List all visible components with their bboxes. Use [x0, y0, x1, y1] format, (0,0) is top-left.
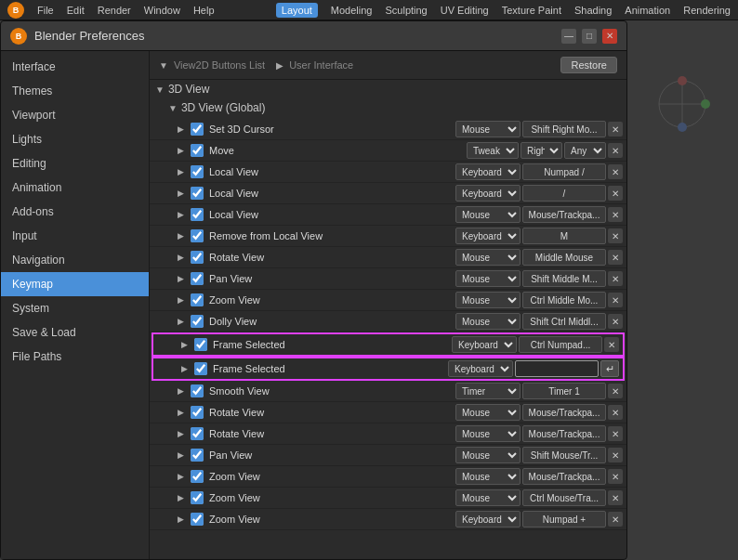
- row-checkbox[interactable]: [191, 491, 204, 504]
- row-checkbox[interactable]: [191, 449, 204, 462]
- sidebar-item-system[interactable]: System: [1, 296, 149, 320]
- sidebar-item-editing[interactable]: Editing: [1, 151, 149, 176]
- sidebar-item-keymap[interactable]: Keymap: [1, 272, 149, 296]
- row-remove-button[interactable]: ✕: [608, 490, 623, 505]
- row-type-select[interactable]: Mouse: [455, 489, 521, 506]
- row-remove-button[interactable]: ✕: [608, 469, 623, 484]
- section-3dview-header[interactable]: ▼ 3D View: [150, 80, 626, 98]
- row-checkbox[interactable]: [191, 384, 204, 397]
- row-type-select[interactable]: Mouse: [455, 206, 521, 223]
- row-type-select[interactable]: Mouse: [455, 404, 521, 421]
- maximize-button[interactable]: □: [582, 29, 597, 44]
- row-remove-button[interactable]: ✕: [608, 228, 623, 243]
- row-checkbox[interactable]: [191, 315, 204, 328]
- row-checkbox[interactable]: [191, 406, 204, 419]
- row-type-select[interactable]: Mouse: [455, 313, 521, 330]
- row-remove-button[interactable]: ✕: [608, 122, 623, 137]
- sidebar-item-viewport[interactable]: Viewport: [1, 103, 149, 127]
- row-label: Zoom View: [209, 492, 454, 503]
- sidebar-item-addons[interactable]: Add-ons: [1, 200, 149, 224]
- row-checkbox[interactable]: [191, 208, 204, 221]
- close-button[interactable]: ✕: [602, 29, 617, 44]
- row-remove-button[interactable]: ✕: [608, 426, 623, 441]
- row-checkbox[interactable]: [191, 123, 204, 136]
- row-key-input-editing[interactable]: [515, 360, 599, 377]
- tab-modeling[interactable]: Modeling: [331, 5, 373, 16]
- tab-animation[interactable]: Animation: [625, 5, 670, 16]
- sidebar-item-interface[interactable]: Interface: [1, 55, 149, 79]
- row-label: Zoom View: [209, 471, 454, 482]
- row-type-select[interactable]: Keyboard: [448, 360, 513, 377]
- row-checkbox[interactable]: [191, 165, 204, 178]
- section-3dview-global-label: 3D View (Global): [181, 101, 265, 114]
- row-type-select[interactable]: Mouse: [455, 270, 521, 287]
- row-remove-button[interactable]: ✕: [608, 207, 623, 222]
- tab-texture-paint[interactable]: Texture Paint: [502, 5, 561, 16]
- triangle-expand-icon2[interactable]: ▶: [276, 60, 283, 71]
- row-checkbox[interactable]: [191, 293, 204, 306]
- row-back-button[interactable]: ↵: [600, 360, 619, 377]
- row-remove-button[interactable]: ✕: [604, 337, 619, 352]
- row-type-select[interactable]: Timer: [455, 383, 521, 399]
- restore-button[interactable]: Restore: [560, 57, 617, 73]
- tab-sculpting[interactable]: Sculpting: [385, 5, 427, 16]
- row-checkbox[interactable]: [191, 513, 204, 526]
- row-type-select[interactable]: Keyboard: [455, 511, 521, 527]
- row-type-select[interactable]: Mouse: [455, 249, 521, 266]
- menu-file[interactable]: File: [37, 5, 54, 16]
- row-checkbox[interactable]: [191, 187, 204, 200]
- minimize-button[interactable]: —: [561, 29, 576, 44]
- row-checkbox[interactable]: [191, 251, 204, 264]
- tab-uv-editing[interactable]: UV Editing: [441, 5, 489, 16]
- row-remove-button[interactable]: ✕: [608, 143, 623, 158]
- row-checkbox[interactable]: [194, 338, 207, 351]
- tab-layout[interactable]: Layout: [276, 3, 318, 18]
- row-type-select[interactable]: Mouse: [455, 425, 521, 442]
- row-type-select[interactable]: Mouse: [455, 292, 521, 308]
- section-3dview-global-header[interactable]: ▼ 3D View (Global): [150, 98, 626, 117]
- row-checkbox[interactable]: [191, 427, 204, 440]
- row-remove-button[interactable]: ✕: [608, 186, 623, 201]
- row-type-select[interactable]: Mouse: [455, 468, 521, 485]
- row-remove-button[interactable]: ✕: [608, 293, 623, 307]
- row-type-select[interactable]: Keyboard: [452, 336, 517, 353]
- row-type-select[interactable]: Mouse: [455, 447, 521, 463]
- row-remove-button[interactable]: ✕: [608, 405, 623, 420]
- row-type-select[interactable]: Keyboard: [455, 163, 521, 180]
- table-row: ▶ Rotate View Mouse Middle Mouse ✕: [150, 247, 626, 268]
- triangle-collapse-icon[interactable]: ▼: [159, 60, 168, 71]
- row-extra-select[interactable]: Right: [521, 142, 562, 159]
- row-checkbox[interactable]: [194, 362, 207, 375]
- sidebar-item-input[interactable]: Input: [1, 224, 149, 248]
- menu-edit[interactable]: Edit: [67, 5, 85, 16]
- row-remove-button[interactable]: ✕: [608, 250, 623, 265]
- row-remove-button[interactable]: ✕: [608, 448, 623, 462]
- sidebar-item-animation[interactable]: Animation: [1, 176, 149, 200]
- sidebar-item-navigation[interactable]: Navigation: [1, 248, 149, 272]
- row-extra2-select[interactable]: Any: [564, 142, 606, 159]
- menu-render[interactable]: Render: [98, 5, 131, 16]
- row-checkbox[interactable]: [191, 470, 204, 483]
- row-checkbox[interactable]: [191, 144, 204, 157]
- sidebar-item-filepaths[interactable]: File Paths: [1, 345, 149, 369]
- row-type-select[interactable]: Mouse: [455, 121, 521, 137]
- tab-shading[interactable]: Shading: [574, 5, 612, 16]
- row-type-select[interactable]: Tweak: [467, 142, 519, 159]
- row-checkbox[interactable]: [191, 229, 204, 242]
- tab-rendering[interactable]: Rendering: [683, 5, 731, 16]
- row-type-select[interactable]: Keyboard: [455, 228, 521, 244]
- table-row: ▶ Rotate View Mouse Mouse/Trackpa... ✕: [150, 423, 626, 445]
- row-remove-button[interactable]: ✕: [608, 164, 623, 179]
- sidebar-item-lights[interactable]: Lights: [1, 127, 149, 151]
- row-remove-button[interactable]: ✕: [608, 512, 623, 527]
- row-remove-button[interactable]: ✕: [608, 314, 623, 329]
- table-row: ▶ Dolly View Mouse Shift Ctrl Middl... ✕: [150, 311, 626, 332]
- menu-window[interactable]: Window: [144, 5, 180, 16]
- sidebar-item-themes[interactable]: Themes: [1, 79, 149, 103]
- sidebar-item-saveload[interactable]: Save & Load: [1, 320, 149, 345]
- row-checkbox[interactable]: [191, 272, 204, 285]
- row-remove-button[interactable]: ✕: [608, 271, 623, 286]
- row-type-select[interactable]: Keyboard: [455, 185, 521, 202]
- row-remove-button[interactable]: ✕: [608, 384, 623, 398]
- menu-help[interactable]: Help: [193, 5, 215, 16]
